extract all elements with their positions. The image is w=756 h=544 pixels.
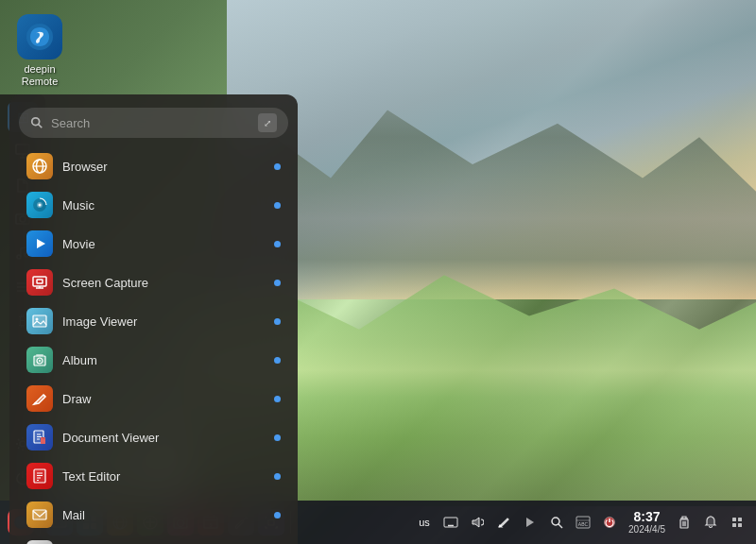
svg-marker-20 <box>37 239 45 248</box>
svg-point-26 <box>36 318 39 321</box>
text-editor-app-icon <box>26 463 53 489</box>
deepin-icon <box>17 14 62 60</box>
draw-app-icon <box>26 385 53 412</box>
text-editor-dot <box>274 473 281 480</box>
svg-rect-89 <box>680 519 688 528</box>
app-list: Browser Music Movie <box>19 147 288 544</box>
svg-rect-21 <box>33 277 46 286</box>
svg-text:ABC: ABC <box>578 521 589 527</box>
search-input[interactable] <box>51 116 250 130</box>
taskbar-pen-icon[interactable] <box>492 511 515 534</box>
svg-point-19 <box>39 204 42 207</box>
app-item-album[interactable]: Album <box>19 341 288 379</box>
launcher-search-bar[interactable]: ⤢ <box>19 108 288 138</box>
app-launcher: ⤢ Browser Mus <box>9 94 298 544</box>
mail-app-icon <box>26 502 53 528</box>
svg-rect-37 <box>41 437 45 444</box>
album-app-name: Album <box>62 353 265 367</box>
image-viewer-app-name: Image Viewer <box>62 314 265 329</box>
taskbar-arrow-right[interactable] <box>519 511 541 534</box>
svg-point-81 <box>552 518 559 525</box>
svg-rect-95 <box>732 523 736 527</box>
app-item-text-editor[interactable]: Text Editor <box>19 457 288 495</box>
clock-time: 8:37 <box>628 509 665 525</box>
album-dot <box>274 357 281 364</box>
browser-dot <box>274 163 281 170</box>
screen-capture-app-name: Screen Capture <box>62 276 265 290</box>
music-app-icon <box>26 192 53 218</box>
svg-line-82 <box>558 524 562 528</box>
document-viewer-app-name: Document Viewer <box>62 431 265 445</box>
screen-capture-dot <box>274 280 281 286</box>
taskbar-bell-icon[interactable] <box>699 511 722 534</box>
music-app-name: Music <box>62 198 265 212</box>
taskbar-keyboard-layout[interactable]: us <box>413 511 436 534</box>
svg-rect-93 <box>732 518 736 521</box>
app-item-image-viewer[interactable]: Image Viewer <box>19 302 288 340</box>
mail-app-name: Mail <box>62 508 265 522</box>
album-app-icon <box>26 347 53 373</box>
browser-app-name: Browser <box>62 160 265 174</box>
browser-app-icon <box>26 153 53 179</box>
svg-point-30 <box>39 360 41 362</box>
app-item-movie[interactable]: Movie <box>19 225 288 263</box>
deepin-label: deepin Remote <box>22 63 59 88</box>
expand-button[interactable]: ⤢ <box>258 113 277 132</box>
app-item-music[interactable]: Music <box>19 186 288 224</box>
screen-capture-app-icon <box>26 269 53 296</box>
music-dot <box>274 202 281 209</box>
taskbar-right-section: us <box>413 509 748 536</box>
clock-date: 2024/4/5 <box>628 524 665 536</box>
app-item-browser[interactable]: Browser <box>19 147 288 185</box>
draw-dot <box>274 396 281 402</box>
app-item-document-viewer[interactable]: Document Viewer <box>19 418 288 456</box>
svg-rect-25 <box>33 315 46 327</box>
desktop-icon-deepin[interactable]: deepin Remote <box>11 14 68 88</box>
app-item-mail[interactable]: Mail <box>19 496 288 534</box>
document-viewer-dot <box>274 434 281 441</box>
taskbar-trash-icon[interactable] <box>673 511 696 534</box>
image-viewer-app-icon <box>26 308 53 334</box>
image-viewer-dot <box>274 318 281 325</box>
mail-dot <box>274 512 281 518</box>
svg-rect-94 <box>738 518 742 521</box>
text-editor-app-name: Text Editor <box>62 469 265 484</box>
svg-rect-28 <box>36 354 43 356</box>
movie-dot <box>274 241 281 247</box>
taskbar-search-icon[interactable] <box>545 511 568 534</box>
movie-app-icon <box>26 230 53 257</box>
search-icon <box>30 116 43 129</box>
document-viewer-app-icon <box>26 424 53 450</box>
voice-notes-app-icon <box>26 540 53 544</box>
svg-point-12 <box>32 118 40 126</box>
svg-rect-22 <box>37 280 43 283</box>
movie-app-name: Movie <box>62 237 265 251</box>
app-item-draw[interactable]: Draw <box>19 380 288 417</box>
svg-rect-96 <box>738 523 742 527</box>
svg-line-13 <box>39 125 43 128</box>
taskbar-keyboard-icon[interactable] <box>439 511 462 534</box>
app-item-screen-capture[interactable]: Screen Capture <box>19 264 288 301</box>
draw-app-name: Draw <box>62 392 265 406</box>
taskbar-grid-icon[interactable] <box>726 511 748 534</box>
svg-rect-44 <box>33 510 46 519</box>
taskbar-power-button[interactable] <box>598 511 621 534</box>
taskbar-audio-icon[interactable] <box>466 511 489 534</box>
taskbar-ime-icon[interactable]: ABC <box>572 511 594 534</box>
app-item-voice-notes[interactable]: Voice Notes <box>19 535 288 544</box>
svg-marker-80 <box>526 518 534 527</box>
taskbar-clock[interactable]: 8:37 2024/4/5 <box>625 509 669 536</box>
